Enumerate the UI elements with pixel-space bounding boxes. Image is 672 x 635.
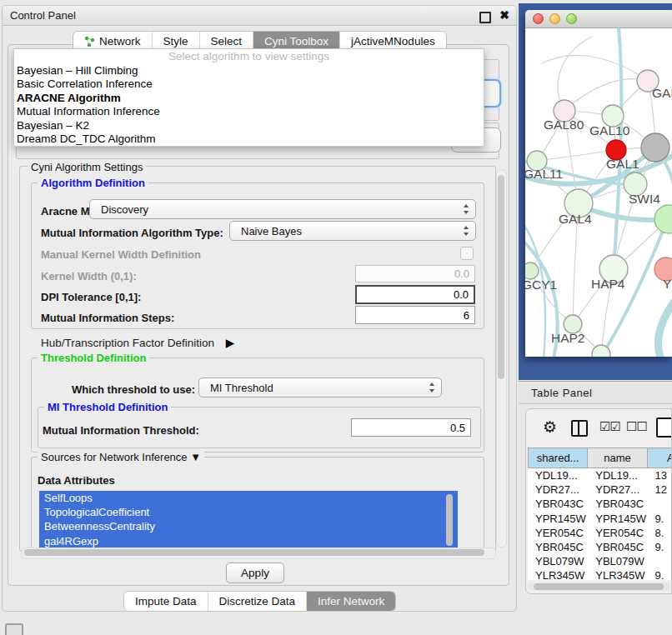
apply-button-label: Apply <box>241 567 269 579</box>
aracne-mode-value: Discovery <box>101 203 148 216</box>
node-gcy1[interactable] <box>525 262 539 279</box>
tab-discretize-data[interactable]: Discretize Data <box>208 592 307 611</box>
column-header-shared[interactable]: shared... <box>528 448 588 468</box>
table-row[interactable]: YBR043CYBR043C <box>528 497 672 511</box>
node-attribute-table: shared...nameA YDL19...YDL19...13YDR27..… <box>528 448 672 580</box>
panel-title: Control Panel <box>10 9 76 22</box>
table-horizontal-scrollbar[interactable] <box>528 582 669 591</box>
table-row[interactable]: YDR27...YDR27...12 <box>528 482 672 497</box>
document-icon[interactable] <box>656 418 672 438</box>
tab-label: Cyni Toolbox <box>264 35 328 48</box>
algorithm-definition-title: Algorithm Definition <box>38 177 148 189</box>
network-edge <box>564 79 648 111</box>
close-window-icon[interactable] <box>533 13 544 24</box>
attributes-list-scrollbar[interactable] <box>446 494 453 546</box>
dropdown-option-bayesian-k2[interactable]: Bayesian – K2 <box>14 119 484 132</box>
table-panel: ⚙ ☑☑ ☐☐ shared...nameA YDL19...YDL19...1… <box>525 408 672 594</box>
table-row[interactable]: YDL19...YDL19...13 <box>528 468 672 482</box>
dpi-tolerance-input[interactable]: 0.0 <box>355 285 475 304</box>
table-cell: YBR043C <box>528 497 588 511</box>
network-edge <box>542 55 648 81</box>
float-window-icon[interactable] <box>479 12 491 23</box>
table-panel-title: Table Panel <box>531 387 592 399</box>
zoom-window-icon[interactable] <box>566 13 577 24</box>
settings-horizontal-scrollbar[interactable] <box>21 548 496 559</box>
node-label: Y <box>663 277 671 291</box>
dropdown-option-bayesian-hill-climbing[interactable]: Bayesian – Hill Climbing <box>14 64 484 78</box>
collapsed-panel-icon[interactable] <box>5 623 23 635</box>
dpi-tolerance-value: 0.0 <box>454 288 469 301</box>
deselect-all-icon[interactable]: ☐☐ <box>626 419 647 434</box>
node-unlabeled[interactable] <box>641 133 669 162</box>
settings-vscroll-thumb[interactable] <box>498 175 504 379</box>
table-cell: YBR043C <box>588 497 647 511</box>
table-cell: YPR145W <box>528 512 588 526</box>
network-graph: GALGAL80GAL10GAL1GAL11SWI4GAL4GCY1HAP4YH… <box>525 28 672 357</box>
column-header-name[interactable]: name <box>588 448 647 468</box>
dropdown-option-aracne-algorithm[interactable]: ARACNE Algorithm <box>14 92 484 105</box>
which-threshold-combobox[interactable]: MI Threshold <box>198 378 442 398</box>
table-toolbar: ⚙ ☑☑ ☐☐ <box>526 416 671 442</box>
table-cell: 8. <box>648 526 672 540</box>
mi-steps-label: Mutual Information Steps: <box>41 312 174 324</box>
stepper-icon <box>464 226 469 236</box>
tab-impute-data[interactable]: Impute Data <box>124 592 208 611</box>
sources-expander[interactable]: Sources for Network Inference ▼ <box>38 451 204 463</box>
settings-hscroll-thumb[interactable] <box>24 549 484 556</box>
table-cell: 9. <box>648 540 672 554</box>
settings-vertical-scrollbar[interactable] <box>496 169 507 548</box>
table-cell: YLR345W <box>528 568 588 580</box>
node-label: GAL4 <box>559 212 592 226</box>
attribute-item-gal4rgexp[interactable]: gal4RGexp <box>39 534 458 548</box>
table-cell <box>648 497 672 511</box>
mi-threshold-input[interactable]: 0.5 <box>351 418 471 437</box>
select-all-icon[interactable]: ☑☑ <box>599 419 620 434</box>
mi-steps-value: 6 <box>464 309 469 322</box>
node-label: GAL80 <box>544 118 584 132</box>
dropdown-placeholder: Select algorithm to view settings <box>14 49 484 64</box>
mi-type-combobox[interactable]: Naive Bayes <box>229 221 476 241</box>
table-row[interactable]: YER054CYER054C8. <box>528 526 672 540</box>
dropdown-option-dream8-dc-tdc-algorithm[interactable]: Dream8 DC_TDC Algorithm <box>14 132 484 146</box>
table-cell: 13 <box>648 468 672 482</box>
kernel-width-input[interactable]: 0.0 <box>355 265 475 282</box>
table-cell: YBR045C <box>528 540 588 554</box>
attribute-item-selfloops[interactable]: SelfLoops <box>39 491 458 505</box>
attribute-item-betweennesscentrality[interactable]: BetweennessCentrality <box>39 519 458 533</box>
table-row[interactable]: YPR145WYPR145W9. <box>528 512 672 526</box>
minimize-window-icon[interactable] <box>549 13 560 24</box>
manual-kernel-checkbox[interactable] <box>460 247 474 260</box>
kernel-width-value: 0.0 <box>454 268 469 280</box>
column-header-a[interactable]: A <box>648 448 672 468</box>
control-panel: Control Panel ✖ NetworkStyleSelectCyni T… <box>2 5 517 612</box>
node-label: GAL1 <box>606 157 639 171</box>
table-row[interactable]: YBL079WYBL079W <box>528 554 672 568</box>
hub-definition-expander[interactable]: Hub/Transcription Factor Definition ▶ <box>41 336 234 349</box>
table-row[interactable]: YLR345WYLR345W9. <box>528 568 672 580</box>
data-attributes-list[interactable]: SelfLoopsTopologicalCoefficientBetweenne… <box>39 491 458 550</box>
node-label: HAP2 <box>551 331 585 345</box>
table-hscroll-thumb[interactable] <box>534 583 664 590</box>
gear-icon[interactable]: ⚙ <box>543 418 557 437</box>
hub-definition-label: Hub/Transcription Factor Definition <box>41 337 214 349</box>
dropdown-option-basic-correlation-inference[interactable]: Basic Correlation Inference <box>14 78 484 91</box>
close-icon[interactable]: ✖ <box>499 8 509 22</box>
stepper-icon <box>429 382 435 392</box>
network-view-window[interactable]: GALGAL80GAL10GAL1GAL11SWI4GAL4GCY1HAP4YH… <box>525 10 672 357</box>
apply-button[interactable]: Apply <box>226 562 284 583</box>
attribute-item-topologicalcoefficient[interactable]: TopologicalCoefficient <box>39 505 458 519</box>
threshold-definition-title: Threshold Definition <box>38 352 149 364</box>
network-icon <box>84 36 95 47</box>
dropdown-option-mutual-information-inference[interactable]: Mutual Information Inference <box>14 105 484 118</box>
mi-steps-input[interactable]: 6 <box>355 306 475 324</box>
tab-infer-network[interactable]: Infer Network <box>306 592 395 611</box>
aracne-mode-combobox[interactable]: Discovery <box>89 199 476 219</box>
control-panel-titlebar: Control Panel ✖ <box>3 6 516 26</box>
mi-threshold-label: Mutual Information Threshold: <box>43 424 199 437</box>
node-label: GCY1 <box>525 278 557 292</box>
network-canvas[interactable]: GALGAL80GAL10GAL1GAL11SWI4GAL4GCY1HAP4YH… <box>525 28 672 357</box>
tab-label: jActiveMNodules <box>351 35 435 48</box>
columns-icon[interactable] <box>571 420 588 437</box>
table-row[interactable]: YBR045CYBR045C9. <box>528 540 672 554</box>
tab-label: Network <box>99 35 141 48</box>
